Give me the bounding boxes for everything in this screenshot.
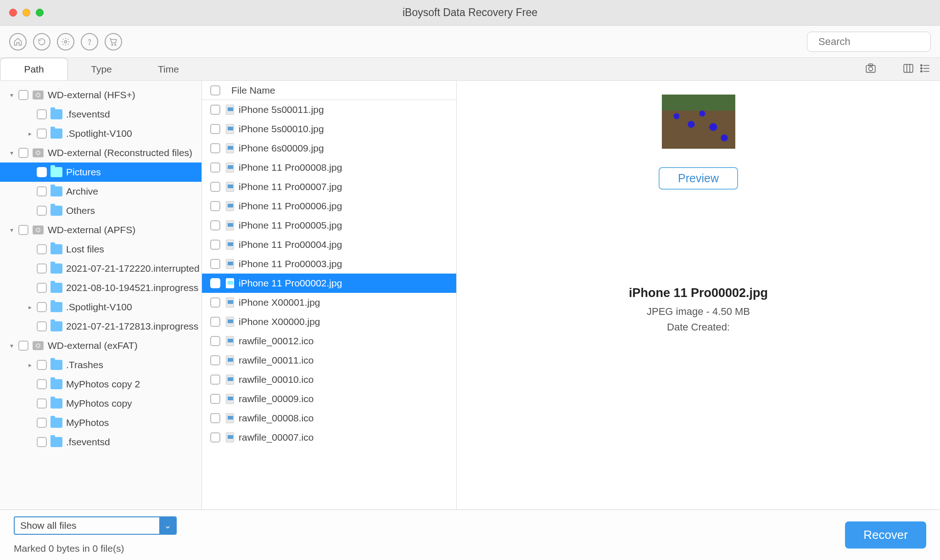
file-checkbox[interactable] <box>210 143 220 153</box>
tree-checkbox[interactable] <box>37 302 47 312</box>
tree-row[interactable]: MyPhotos copy 2 <box>0 375 201 394</box>
tree-row[interactable]: ▾WD-external (HFS+) <box>0 85 201 105</box>
tree-row[interactable]: MyPhotos copy <box>0 394 201 413</box>
tree-checkbox[interactable] <box>37 244 47 254</box>
tree-row[interactable]: MyPhotos <box>0 413 201 432</box>
file-checkbox[interactable] <box>210 162 220 173</box>
chevron-down-icon[interactable]: ⌄ <box>159 517 176 534</box>
file-checkbox[interactable] <box>210 394 220 404</box>
tree-row[interactable]: .fseventsd <box>0 432 201 452</box>
tree-row[interactable]: Others <box>0 201 201 220</box>
file-row[interactable]: iPhone X00000.jpg <box>202 312 456 331</box>
file-checkbox[interactable] <box>210 124 220 134</box>
file-row[interactable]: iPhone 11 Pro00003.jpg <box>202 254 456 274</box>
tab-type[interactable]: Type <box>68 58 135 80</box>
file-checkbox[interactable] <box>210 336 220 346</box>
file-checkbox[interactable] <box>210 413 220 423</box>
file-checkbox[interactable] <box>210 201 220 211</box>
file-row[interactable]: rawfile_00008.ico <box>202 409 456 428</box>
expand-toggle-icon[interactable]: ▾ <box>5 149 18 157</box>
tab-time[interactable]: Time <box>135 58 202 80</box>
tree-checkbox[interactable] <box>37 437 47 447</box>
tree-checkbox[interactable] <box>18 341 28 351</box>
tab-path[interactable]: Path <box>0 58 68 80</box>
tree-row[interactable]: Lost files <box>0 240 201 259</box>
tree-checkbox[interactable] <box>37 321 47 331</box>
file-checkbox[interactable] <box>210 432 220 442</box>
tree-checkbox[interactable] <box>37 186 47 196</box>
expand-toggle-icon[interactable]: ▾ <box>5 91 18 99</box>
tree-row[interactable]: ▾WD-external (APFS) <box>0 220 201 240</box>
cart-button[interactable] <box>105 33 122 50</box>
tree-checkbox[interactable] <box>37 167 47 177</box>
expand-toggle-icon[interactable]: ▸ <box>23 361 37 369</box>
file-checkbox[interactable] <box>210 297 220 308</box>
rescan-button[interactable] <box>33 33 50 50</box>
tree-row[interactable]: ▾WD-external (exFAT) <box>0 336 201 355</box>
tree-row[interactable]: Pictures <box>0 162 201 182</box>
tree-checkbox[interactable] <box>37 283 47 293</box>
sidebar[interactable]: ▾WD-external (HFS+).fseventsd▸.Spotlight… <box>0 81 202 510</box>
file-checkbox[interactable] <box>210 259 220 269</box>
tree-row[interactable]: 2021-07-21-172220.interrupted <box>0 259 201 278</box>
tree-row[interactable]: ▸.Spotlight-V100 <box>0 124 201 143</box>
tree-row[interactable]: .fseventsd <box>0 105 201 124</box>
tree-row[interactable]: 2021-08-10-194521.inprogress <box>0 278 201 297</box>
tree-checkbox[interactable] <box>37 398 47 409</box>
file-row[interactable]: rawfile_00010.ico <box>202 370 456 389</box>
tree-checkbox[interactable] <box>37 263 47 274</box>
select-all-checkbox[interactable] <box>210 85 220 95</box>
tree-checkbox[interactable] <box>37 360 47 370</box>
maximize-icon[interactable] <box>36 9 44 17</box>
file-row[interactable]: iPhone 11 Pro00007.jpg <box>202 177 456 196</box>
expand-toggle-icon[interactable]: ▸ <box>23 303 37 311</box>
file-row[interactable]: iPhone 11 Pro00002.jpg <box>202 274 456 293</box>
file-checkbox[interactable] <box>210 278 220 288</box>
tree-row[interactable]: ▸.Spotlight-V100 <box>0 297 201 317</box>
camera-icon[interactable] <box>864 62 878 74</box>
file-row[interactable]: iPhone 11 Pro00008.jpg <box>202 158 456 177</box>
home-button[interactable] <box>9 33 27 50</box>
help-button[interactable] <box>81 33 98 50</box>
file-row[interactable]: rawfile_00011.ico <box>202 351 456 370</box>
file-list[interactable]: File Name iPhone 5s00011.jpgiPhone 5s000… <box>202 81 457 510</box>
file-row[interactable]: rawfile_00007.ico <box>202 428 456 447</box>
file-checkbox[interactable] <box>210 240 220 250</box>
tree-row[interactable]: 2021-07-21-172813.inprogress <box>0 317 201 336</box>
tree-checkbox[interactable] <box>18 225 28 235</box>
tree-checkbox[interactable] <box>18 90 28 100</box>
file-checkbox[interactable] <box>210 220 220 230</box>
file-row[interactable]: iPhone 11 Pro00005.jpg <box>202 216 456 235</box>
file-row[interactable]: iPhone X00001.jpg <box>202 293 456 312</box>
tree-row[interactable]: ▾WD-external (Reconstructed files) <box>0 143 201 162</box>
tree-checkbox[interactable] <box>37 206 47 216</box>
file-row[interactable]: rawfile_00009.ico <box>202 389 456 409</box>
search-input[interactable] <box>818 36 940 48</box>
file-checkbox[interactable] <box>210 105 220 115</box>
close-icon[interactable] <box>9 9 17 17</box>
list-view-icon[interactable] <box>918 62 932 74</box>
file-row[interactable]: rawfile_00012.ico <box>202 331 456 351</box>
file-checkbox[interactable] <box>210 317 220 327</box>
preview-button[interactable]: Preview <box>659 167 738 190</box>
file-row[interactable]: iPhone 5s00010.jpg <box>202 119 456 139</box>
filter-select[interactable]: Show all files ⌄ <box>14 516 177 535</box>
tree-checkbox[interactable] <box>37 109 47 119</box>
tree-row[interactable]: Archive <box>0 182 201 201</box>
file-checkbox[interactable] <box>210 375 220 385</box>
tree-row[interactable]: ▸.Trashes <box>0 355 201 375</box>
expand-toggle-icon[interactable]: ▾ <box>5 342 18 349</box>
columns-view-icon[interactable] <box>901 62 915 74</box>
expand-toggle-icon[interactable]: ▸ <box>23 130 37 137</box>
recover-button[interactable]: Recover <box>845 521 926 549</box>
file-checkbox[interactable] <box>210 355 220 365</box>
tree-checkbox[interactable] <box>18 148 28 158</box>
minimize-icon[interactable] <box>22 9 30 17</box>
file-row[interactable]: iPhone 11 Pro00004.jpg <box>202 235 456 254</box>
tree-checkbox[interactable] <box>37 129 47 139</box>
expand-toggle-icon[interactable]: ▾ <box>5 226 18 234</box>
file-row[interactable]: iPhone 5s00011.jpg <box>202 100 456 119</box>
settings-button[interactable] <box>57 33 74 50</box>
tree-checkbox[interactable] <box>37 418 47 428</box>
file-checkbox[interactable] <box>210 182 220 192</box>
